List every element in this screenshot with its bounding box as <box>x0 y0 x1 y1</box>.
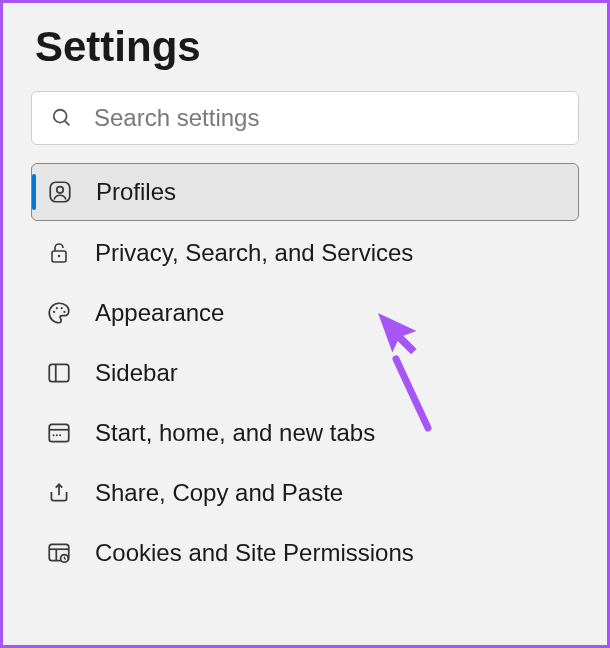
svg-point-15 <box>56 434 58 436</box>
palette-icon <box>45 299 73 327</box>
svg-point-22 <box>64 558 65 559</box>
share-icon <box>45 479 73 507</box>
svg-point-8 <box>61 307 63 309</box>
svg-point-0 <box>54 110 67 123</box>
sidebar-item-appearance[interactable]: Appearance <box>31 285 579 341</box>
svg-point-9 <box>63 311 65 313</box>
sidebar-item-privacy[interactable]: Privacy, Search, and Services <box>31 225 579 281</box>
svg-point-14 <box>53 434 55 436</box>
svg-rect-12 <box>49 424 69 441</box>
lock-icon <box>45 239 73 267</box>
profile-icon <box>46 178 74 206</box>
settings-nav-list: Profiles Privacy, Search, and Services A… <box>31 163 579 581</box>
sidebar-item-label: Cookies and Site Permissions <box>95 539 414 567</box>
svg-rect-10 <box>49 364 69 381</box>
svg-point-5 <box>58 255 60 257</box>
sidebar-item-share-copy-paste[interactable]: Share, Copy and Paste <box>31 465 579 521</box>
svg-line-1 <box>65 121 70 126</box>
sidebar-item-profiles[interactable]: Profiles <box>31 163 579 221</box>
svg-point-6 <box>53 311 55 313</box>
search-icon <box>50 106 74 130</box>
sidebar-item-cookies-permissions[interactable]: Cookies and Site Permissions <box>31 525 579 581</box>
sidebar-item-label: Appearance <box>95 299 224 327</box>
page-title: Settings <box>35 23 579 71</box>
sidebar-item-start-home-tabs[interactable]: Start, home, and new tabs <box>31 405 579 461</box>
svg-point-16 <box>59 434 61 436</box>
sidebar-item-sidebar[interactable]: Sidebar <box>31 345 579 401</box>
tabs-icon <box>45 419 73 447</box>
svg-point-7 <box>56 307 58 309</box>
search-input[interactable] <box>94 104 560 132</box>
cookies-icon <box>45 539 73 567</box>
svg-point-3 <box>57 187 64 194</box>
svg-rect-2 <box>50 182 70 202</box>
sidebar-item-label: Privacy, Search, and Services <box>95 239 413 267</box>
sidebar-item-label: Share, Copy and Paste <box>95 479 343 507</box>
sidebar-item-label: Start, home, and new tabs <box>95 419 375 447</box>
sidebar-icon <box>45 359 73 387</box>
sidebar-item-label: Profiles <box>96 178 176 206</box>
search-box[interactable] <box>31 91 579 145</box>
sidebar-item-label: Sidebar <box>95 359 178 387</box>
